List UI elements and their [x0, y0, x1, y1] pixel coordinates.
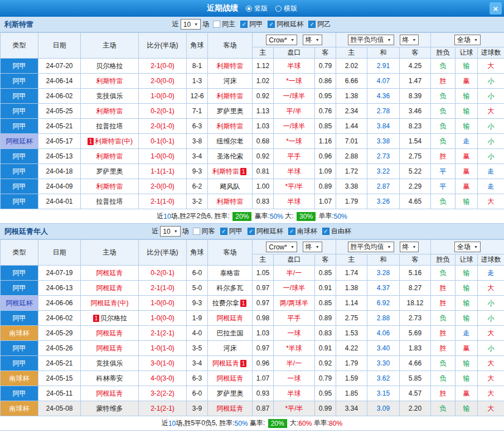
filter-near-label: 近: [152, 227, 158, 236]
avg-type-select[interactable]: 胜平负均值▼: [348, 242, 394, 252]
summary-bar: 近10场,胜5平0负5, 胜率:50% 赢率: 20% 大:60% 单率:80%: [0, 416, 504, 431]
filter-checkbox-阿根廷杯[interactable]: ✓阿根廷杯: [248, 227, 283, 236]
match-row: 阿根廷杯24-06-06阿根廷青(中)1-0(0-0)9-3拉费尔拿10.97两…: [1, 296, 504, 311]
home-team-cell: 竞技俱乐: [81, 356, 139, 371]
avg-time-select[interactable]: 终▼: [400, 35, 419, 45]
euro-home-odds: 2.88: [336, 149, 367, 164]
asian-home-odds: 1.05: [253, 266, 274, 281]
chevron-down-icon: ▼: [387, 38, 391, 42]
away-team-cell: 利斯特雷: [208, 119, 253, 134]
home-team-name: 竞技俱乐: [96, 359, 123, 367]
scope-select[interactable]: 全场▼: [454, 35, 481, 45]
home-team-name: 阿根廷青: [96, 389, 123, 397]
handicap-result-cell: 输: [455, 296, 478, 311]
score-cell: 2-1(1-0): [139, 281, 187, 296]
filter-checkbox-阿甲[interactable]: ✓阿甲: [240, 20, 263, 29]
match-count-value: 10: [163, 228, 170, 235]
close-icon[interactable]: ×: [490, 2, 502, 15]
euro-home-odds: 1.38: [336, 89, 367, 104]
checkbox-label: 同主: [222, 20, 235, 29]
radio-horizontal[interactable]: 横版: [275, 4, 297, 13]
filter-checkbox-阿乙[interactable]: ✓阿乙: [308, 20, 331, 29]
match-count-select[interactable]: 10▼: [160, 226, 180, 237]
euro-draw-odds: 2.73: [367, 149, 400, 164]
asian-away-odds: 0.91: [315, 341, 336, 356]
date-cell: 24-05-17: [38, 134, 81, 149]
date-cell: 24-05-21: [38, 119, 81, 134]
asian-home-odds: 0.97: [253, 341, 274, 356]
avg-type-select[interactable]: 胜平负均值▼: [348, 35, 394, 45]
home-team-name: 贝尔格拉: [96, 62, 123, 70]
euro-draw-odds: 4.37: [367, 281, 400, 296]
handicap-cell: 平手: [274, 311, 315, 326]
score-cell: 3-2(2-2): [139, 386, 187, 401]
match-count-value: 10: [183, 21, 191, 28]
odds-time-value: 终: [306, 242, 312, 252]
score-cell: 1-0(1-0): [139, 341, 187, 356]
filter-checkbox-阿根廷杯[interactable]: ✓阿根廷杯: [268, 20, 303, 29]
odds-source-value: Crow*: [269, 36, 287, 44]
asian-home-odds: 1.12: [253, 59, 274, 74]
filter-checkbox-阿甲[interactable]: ✓阿甲: [220, 227, 243, 236]
checkbox-icon: ✓: [240, 21, 248, 28]
euro-home-odds: 1.74: [336, 266, 367, 281]
odds-time-select[interactable]: 终▼: [303, 242, 322, 252]
corner-cell: 1-3: [187, 74, 208, 89]
odds-time-select[interactable]: 终▼: [303, 35, 322, 45]
away-team-name: 阿根廷青: [217, 405, 244, 412]
chevron-down-icon: ▼: [316, 38, 319, 42]
section-header: 阿根廷青年人 近10▼场同客✓阿甲✓阿根廷杯✓南球杯✓自由杯: [0, 224, 504, 239]
away-team-name: 阿根廷青: [217, 374, 244, 382]
filter-checkbox-同主[interactable]: 同主: [213, 20, 235, 29]
home-team-cell: 阿根廷青: [81, 341, 139, 356]
league-cell: 阿根廷杯: [1, 134, 38, 149]
goals-result-cell: 小: [478, 296, 504, 311]
odds-time-value: 终: [306, 35, 312, 45]
avg-time-select[interactable]: 终▼: [400, 242, 419, 252]
handicap-cell: *半球: [274, 341, 315, 356]
goals-result-cell: 走: [478, 179, 504, 194]
euro-draw-odds: 3.22: [367, 164, 400, 179]
result-cell: 负: [431, 311, 455, 326]
match-count-select[interactable]: 10▼: [181, 19, 201, 30]
filter-checkbox-同客[interactable]: 同客: [193, 227, 215, 236]
asian-away-odds: 1.16: [315, 134, 336, 149]
away-team-name: 利斯特雷: [217, 92, 244, 100]
odds-source-select[interactable]: Crow*▼: [266, 35, 297, 45]
score-cell: 2-0(1-0): [139, 119, 187, 134]
corner-cell: 9-3: [187, 296, 208, 311]
red-card-badge: 1: [88, 138, 94, 145]
goals-result-cell: 大: [478, 59, 504, 74]
match-row: 阿甲24-05-26阿根廷青1-0(1-0)3-5河床0.97*半球0.914.…: [1, 341, 504, 356]
league-cell: 阿甲: [1, 104, 38, 119]
home-team-name: 利斯特雷(中): [95, 137, 133, 145]
radio-vertical[interactable]: 竖版: [246, 4, 268, 13]
euro-home-odds: 2.02: [336, 59, 367, 74]
corner-cell: 6-3: [187, 119, 208, 134]
away-team-name: 罗萨里奥: [217, 389, 244, 397]
odds-source-select[interactable]: Crow*▼: [266, 242, 297, 252]
filter-checkbox-南球杯[interactable]: ✓南球杯: [288, 227, 317, 236]
filter-checkbox-自由杯[interactable]: ✓自由杯: [322, 227, 351, 236]
summary-segment: 近: [157, 211, 163, 221]
away-team-cell: 利斯特雷: [208, 194, 253, 209]
away-team-cell: 河床: [208, 341, 253, 356]
subheader-handicap: 盘口: [274, 254, 315, 266]
result-cell: 负: [431, 266, 455, 281]
handicap-cell: *平/半: [274, 401, 315, 416]
away-team-cell: 利斯特雷: [208, 59, 253, 74]
euro-draw-odds: 3.09: [367, 401, 400, 416]
corner-cell: 3-2: [187, 194, 208, 209]
match-row: 阿甲24-07-20贝尔格拉2-1(0-0)8-1利斯特雷1.12半球0.792…: [1, 59, 504, 74]
handicap-cell: 半球: [274, 164, 315, 179]
checkbox-label: 阿根廷杯: [256, 227, 283, 236]
league-cell: 阿甲: [1, 281, 38, 296]
subheader-asian-home: 主: [253, 47, 274, 59]
league-cell: 阿甲: [1, 74, 38, 89]
asian-home-odds: 1.00: [253, 179, 274, 194]
asian-away-odds: 0.79: [315, 371, 336, 386]
scope-select[interactable]: 全场▼: [454, 242, 481, 252]
away-team-cell: 利斯特雷: [208, 89, 253, 104]
date-cell: 24-04-18: [38, 164, 81, 179]
league-cell: 阿根廷杯: [1, 296, 38, 311]
